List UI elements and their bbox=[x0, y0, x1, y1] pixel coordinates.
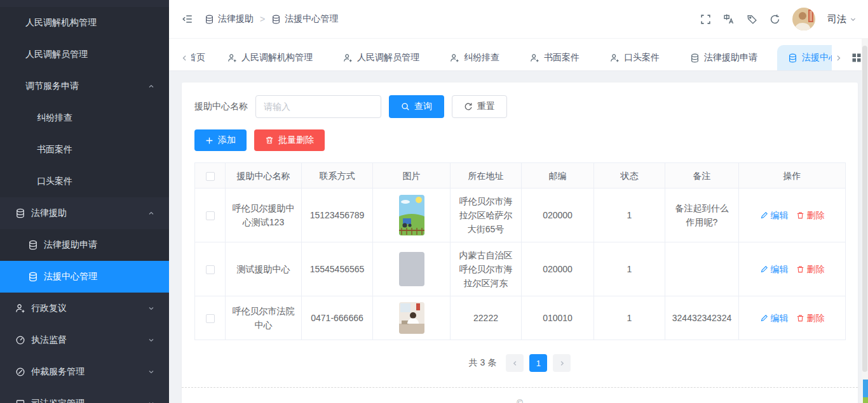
delete-link[interactable]: 删除 bbox=[796, 208, 825, 222]
cell-phone: 15123456789 bbox=[302, 188, 373, 242]
sidebar-item-written-case[interactable]: 书面案件 bbox=[0, 134, 169, 166]
row-checkbox[interactable] bbox=[206, 211, 215, 220]
breadcrumb-parent[interactable]: 法律援助 bbox=[205, 13, 254, 25]
sidebar-item-label: 人民调解机构管理 bbox=[25, 17, 97, 29]
sidebar-item-legal-aid-apply[interactable]: 法律援助申请 bbox=[0, 229, 169, 261]
column-header-zip: 邮编 bbox=[522, 163, 594, 188]
tab-mediator[interactable]: 人民调解员管理 bbox=[332, 45, 430, 70]
edit-link[interactable]: 编辑 bbox=[760, 311, 789, 325]
tab-mediation-org[interactable]: 人民调解机构管理 bbox=[217, 45, 323, 70]
sidebar-item-mediation-org[interactable]: 人民调解机构管理 bbox=[0, 7, 169, 39]
table-row: 测试援助中心 15545456565 内蒙古自治区呼伦贝尔市海拉尔区河东 020… bbox=[195, 242, 846, 296]
column-header-status: 状态 bbox=[594, 163, 665, 188]
batch-delete-button-label: 批量删除 bbox=[278, 135, 314, 146]
plus-icon bbox=[205, 136, 214, 145]
pencil-icon bbox=[760, 211, 768, 220]
person-add-icon bbox=[15, 303, 25, 314]
sidebar-item-legal-aid-center[interactable]: 法援中心管理 bbox=[0, 261, 169, 293]
user-menu[interactable]: 司法 bbox=[827, 13, 857, 25]
edit-link-label: 编辑 bbox=[771, 262, 789, 276]
edge-widget-green[interactable] bbox=[863, 397, 868, 403]
tab-label: 纠纷排查 bbox=[464, 52, 499, 63]
center-photo-placeholder[interactable] bbox=[399, 252, 424, 286]
center-photo-office[interactable] bbox=[399, 302, 424, 334]
next-page-button[interactable] bbox=[553, 354, 571, 372]
sidebar-item-legal-aid[interactable]: 法律援助 bbox=[0, 197, 169, 229]
theme-tag-icon[interactable] bbox=[747, 14, 757, 25]
avatar[interactable] bbox=[792, 8, 815, 30]
delete-link-label: 删除 bbox=[807, 311, 825, 325]
trash-icon bbox=[796, 265, 804, 274]
tab-legal-aid-center[interactable]: 法援中心管理 bbox=[777, 45, 832, 70]
delete-link[interactable]: 删除 bbox=[796, 262, 825, 276]
tab-options-grid-icon[interactable] bbox=[851, 45, 862, 70]
sidebar-item-law-supervision[interactable]: 执法监督 bbox=[0, 324, 169, 356]
scrollbar-thumb[interactable] bbox=[862, 46, 867, 372]
cell-address: 内蒙古自治区呼伦贝尔市海拉尔区河东 bbox=[451, 242, 522, 296]
reset-button[interactable]: 重置 bbox=[452, 95, 507, 118]
table-toolbar: 添加 批量删除 bbox=[194, 129, 845, 151]
cell-status: 1 bbox=[594, 296, 665, 340]
sidebar-item-label: 法援中心管理 bbox=[44, 271, 97, 282]
batch-delete-button[interactable]: 批量删除 bbox=[254, 129, 325, 151]
row-checkbox[interactable] bbox=[206, 314, 215, 323]
add-button[interactable]: 添加 bbox=[194, 129, 247, 151]
fullscreen-icon[interactable] bbox=[700, 14, 711, 25]
footer-divider bbox=[182, 387, 858, 388]
cell-address: 22222 bbox=[451, 296, 522, 340]
sidebar-item-mediation-service[interactable]: 调节服务申请 bbox=[0, 70, 169, 102]
table-row: 呼伦贝尔市法院中心 0471-666666 22222 010010 1 324… bbox=[195, 296, 846, 340]
tab-written-case[interactable]: 书面案件 bbox=[519, 45, 590, 70]
database-icon bbox=[205, 15, 214, 24]
content-card: 援助中心名称 查询 重置 bbox=[182, 83, 858, 403]
person-add-icon bbox=[343, 53, 353, 63]
sidebar-item-dispute-check[interactable]: 纠纷排查 bbox=[0, 102, 169, 134]
delete-link[interactable]: 删除 bbox=[796, 311, 825, 325]
edit-link[interactable]: 编辑 bbox=[760, 262, 789, 276]
folder-icon bbox=[15, 399, 25, 403]
sidebar-item-oral-case[interactable]: 口头案件 bbox=[0, 166, 169, 197]
search-label: 援助中心名称 bbox=[194, 101, 248, 112]
tab-home[interactable]: 首页 bbox=[191, 45, 208, 70]
vertical-scrollbar[interactable] bbox=[862, 38, 868, 403]
tabs-scroll-left-icon[interactable] bbox=[180, 45, 189, 70]
search-input[interactable] bbox=[255, 95, 381, 118]
sidebar-item-label: 调节服务申请 bbox=[25, 81, 79, 92]
page-1-button[interactable]: 1 bbox=[529, 354, 547, 372]
select-all-checkbox[interactable] bbox=[206, 172, 215, 181]
footer-copyright-partial: © bbox=[194, 398, 845, 403]
database-icon bbox=[788, 53, 797, 63]
collapse-sidebar-icon[interactable] bbox=[182, 13, 193, 25]
column-header-name: 援助中心名称 bbox=[226, 163, 302, 188]
breadcrumb-current: 法援中心管理 bbox=[271, 13, 338, 25]
query-button[interactable]: 查询 bbox=[389, 95, 444, 118]
tabs-scroll-right-icon[interactable] bbox=[834, 45, 843, 70]
sidebar-item-judicial-appraisal[interactable]: 司法鉴定管理 bbox=[0, 388, 169, 403]
database-icon bbox=[28, 272, 38, 282]
top-bar: 法律援助 > 法援中心管理 bbox=[169, 0, 868, 38]
app-window: 人民调解机构管理 人民调解员管理 调节服务申请 纠纷排查 书面案件 口头案件 法… bbox=[0, 0, 868, 403]
tab-legal-aid-apply[interactable]: 法律援助申请 bbox=[679, 45, 768, 70]
table-header-row: 援助中心名称 联系方式 图片 所在地址 邮编 状态 备注 操作 bbox=[195, 163, 846, 188]
cell-zip: 010010 bbox=[522, 296, 594, 340]
tab-bar: 首页 人民调解机构管理 人民调解员管理 bbox=[169, 38, 868, 71]
tab-dispute-check[interactable]: 纠纷排查 bbox=[439, 45, 510, 70]
sidebar-item-label: 口头案件 bbox=[37, 176, 72, 187]
sidebar-item-label: 法律援助申请 bbox=[44, 239, 97, 251]
sidebar-item-mediator[interactable]: 人民调解员管理 bbox=[0, 39, 169, 70]
search-icon bbox=[401, 102, 410, 111]
sidebar-item-admin-review[interactable]: 行政复议 bbox=[0, 293, 169, 324]
delete-link-label: 删除 bbox=[807, 262, 825, 276]
edge-widget-blue[interactable] bbox=[863, 380, 868, 397]
refresh-icon[interactable] bbox=[770, 14, 780, 25]
trash-icon bbox=[265, 136, 274, 145]
language-translate-icon[interactable] bbox=[723, 13, 735, 25]
edit-link[interactable]: 编辑 bbox=[760, 208, 789, 222]
tab-oral-case[interactable]: 口头案件 bbox=[599, 45, 670, 70]
person-add-icon bbox=[530, 53, 539, 63]
prev-page-button[interactable] bbox=[506, 354, 524, 372]
row-checkbox[interactable] bbox=[206, 265, 215, 274]
center-photo-farm[interactable] bbox=[399, 195, 424, 235]
sidebar: 人民调解机构管理 人民调解员管理 调节服务申请 纠纷排查 书面案件 口头案件 法… bbox=[0, 0, 169, 403]
sidebar-item-arbitration[interactable]: 仲裁服务管理 bbox=[0, 356, 169, 388]
